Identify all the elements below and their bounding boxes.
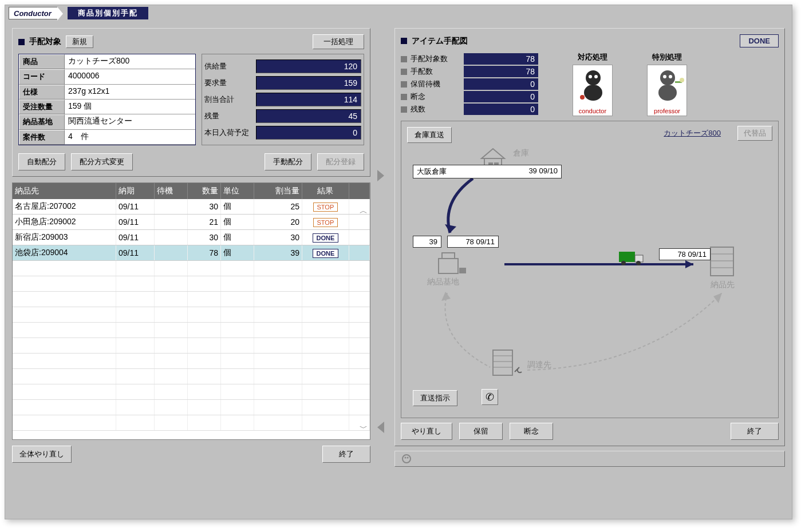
cell-extra (349, 245, 369, 261)
direct-warehouse-button[interactable]: 倉庫直送 (407, 127, 452, 143)
direct-ship-button[interactable]: 直送指示 (413, 390, 457, 406)
value-product-name: カットチーズ800 (65, 54, 195, 69)
right-pane: アイテム手配図 DONE 手配対象数78 手配数78 保留待機0 断念0 残数0… (388, 21, 792, 519)
svg-point-39 (402, 455, 411, 463)
professor-label: professor (648, 108, 686, 114)
value-giveup: 0 (464, 91, 538, 102)
table-row[interactable]: 小田急店:20900209/1121個20STOP (13, 215, 370, 230)
right-end-button[interactable]: 終了 (731, 423, 779, 440)
conductor-icon[interactable]: conductor (573, 65, 613, 116)
flow-diagram: 倉庫直送 カットチーズ800 代替品 倉庫 納品基地 (401, 121, 779, 418)
result-tag: DONE (313, 249, 339, 258)
base-qty-box: 39 (413, 236, 441, 248)
th-qty: 数量 (188, 183, 221, 199)
right-footer: やり直し 保留 断念 終了 (401, 423, 779, 440)
bullet-icon (401, 81, 407, 88)
label-arranged: 手配数 (411, 66, 433, 77)
allocation-table: 納品先 納期 待機 数量 単位 割当量 結果 名古屋店:20700209/113… (13, 183, 370, 431)
label-demand: 要求量 (204, 78, 256, 88)
label-giveup: 断念 (411, 92, 425, 102)
th-unit: 単位 (220, 183, 254, 199)
expand-left-icon[interactable] (377, 422, 384, 433)
cell-wait (155, 245, 188, 261)
special-proc-title: 特別処理 (647, 52, 687, 62)
table-row-empty (13, 292, 370, 307)
table-row-empty (13, 338, 370, 354)
cell-dest: 名古屋店:207002 (13, 199, 116, 215)
professor-icon[interactable]: professor (647, 65, 687, 116)
value-targets: 78 (464, 53, 538, 65)
value-product-spec: 237g x12x1 (65, 85, 195, 100)
svg-point-25 (621, 261, 626, 265)
cell-unit: 個 (220, 230, 254, 245)
table-row[interactable]: 新宿店:20900309/1130個30DONE (13, 230, 370, 245)
giveup-button[interactable]: 断念 (510, 423, 553, 440)
result-tag: STOP (313, 218, 338, 227)
table-row[interactable]: 名古屋店:20700209/1130個25STOP (13, 199, 370, 215)
done-button[interactable]: DONE (740, 34, 779, 47)
svg-point-6 (658, 85, 677, 101)
table-row[interactable]: 池袋店:20900409/1178個39DONE (13, 245, 370, 261)
table-row-empty (13, 307, 370, 323)
scroll-up-icon[interactable]: ︿ (360, 206, 368, 216)
th-wait: 待機 (155, 183, 188, 199)
bottom-strip (394, 451, 785, 467)
svg-marker-33 (713, 293, 722, 303)
base-ship-box: 78 09/11 (447, 236, 499, 248)
alloc-method-button[interactable]: 配分方式変更 (71, 153, 133, 170)
expand-right-icon[interactable] (377, 170, 384, 181)
bullet-icon (401, 94, 407, 100)
value-demand: 159 (256, 76, 361, 90)
result-tag: STOP (313, 203, 338, 212)
svg-point-7 (663, 75, 666, 78)
svg-rect-34 (493, 350, 512, 375)
bullet-icon (401, 69, 407, 75)
phone-icon[interactable]: ✆ (482, 389, 498, 405)
value-today: 0 (256, 126, 361, 140)
substitute-button[interactable]: 代替品 (737, 126, 772, 141)
redo-all-button[interactable]: 全体やり直し (12, 446, 72, 463)
cell-result: STOP (302, 199, 349, 215)
bullet-icon (401, 106, 407, 113)
svg-rect-18 (442, 253, 455, 259)
svg-point-40 (405, 457, 407, 459)
cell-extra (349, 230, 369, 245)
bullet-icon (401, 38, 407, 44)
bulk-process-button[interactable]: 一括処理 (313, 34, 364, 49)
new-button[interactable]: 新規 (66, 35, 93, 48)
hold-button[interactable]: 保留 (459, 423, 503, 440)
svg-text:納品基地: 納品基地 (427, 277, 459, 286)
cell-wait (155, 199, 188, 215)
cell-wait (155, 230, 188, 245)
label-remain: 残量 (204, 111, 256, 121)
cell-alloc: 20 (254, 215, 302, 230)
left-end-button[interactable]: 終了 (322, 446, 370, 463)
auto-alloc-button[interactable]: 自動配分 (18, 153, 65, 170)
cell-due: 09/11 (116, 199, 155, 215)
product-link[interactable]: カットチーズ800 (664, 128, 721, 138)
svg-rect-27 (711, 247, 733, 276)
item-diagram-panel: アイテム手配図 DONE 手配対象数78 手配数78 保留待機0 断念0 残数0… (394, 28, 785, 446)
svg-rect-24 (635, 255, 643, 262)
svg-point-3 (594, 75, 598, 78)
label-base: 納品基地 (19, 114, 65, 129)
alloc-register-button[interactable]: 配分登録 (317, 153, 364, 170)
diagram-title: アイテム手配図 (412, 36, 468, 46)
redo-button[interactable]: やり直し (401, 423, 452, 440)
cell-dest: 池袋店:209004 (13, 245, 116, 261)
value-hold: 0 (464, 78, 538, 90)
warehouse-name: 大阪倉庫 (413, 165, 525, 178)
cell-dest: 小田急店:209002 (13, 215, 116, 230)
cell-qty: 78 (188, 245, 221, 261)
manual-alloc-button[interactable]: 手動配分 (265, 153, 311, 170)
result-tag: DONE (313, 233, 339, 243)
scroll-down-icon[interactable]: ﹀ (360, 423, 368, 434)
svg-text:納品先: 納品先 (711, 280, 735, 289)
svg-point-8 (669, 75, 672, 78)
cell-qty: 30 (188, 230, 221, 245)
cell-unit: 個 (220, 215, 254, 230)
svg-point-1 (584, 85, 602, 101)
label-product-name: 商品 (19, 54, 65, 69)
stats-panel: 手配対象数78 手配数78 保留待機0 断念0 残数0 (401, 52, 561, 116)
th-extra (349, 183, 369, 199)
